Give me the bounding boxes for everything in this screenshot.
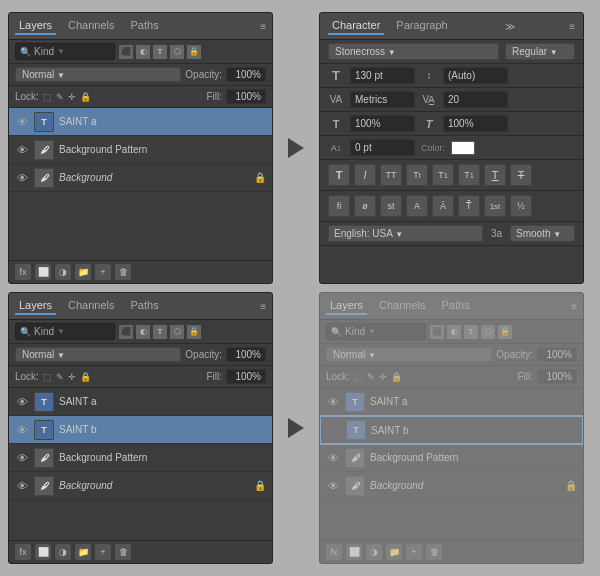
leading-field[interactable]: (Auto) <box>443 67 508 84</box>
filter-pixel-icon[interactable]: ⬛ <box>119 45 133 59</box>
opacity-value-tl[interactable]: 100% <box>226 67 266 82</box>
style-btn-super[interactable]: T1 <box>432 164 454 186</box>
opentype-btn-tbar[interactable]: T̄ <box>458 195 480 217</box>
opentype-btn-frac[interactable]: ø <box>354 195 376 217</box>
eye-icon-bg-pattern-tl[interactable]: 👁 <box>15 143 29 157</box>
layer-row-saint-b-br[interactable]: 👁 T SAINT b <box>320 416 583 444</box>
tab-paragraph[interactable]: Paragraph <box>392 17 451 35</box>
mask-icon-br[interactable]: ⬜ <box>346 544 362 560</box>
lock-transparent-icon[interactable]: ⬚ <box>43 92 52 102</box>
vscale-field[interactable]: 100% <box>443 115 508 132</box>
style-btn-italic[interactable]: I <box>354 164 376 186</box>
filter-shape-icon-bl[interactable]: ⬡ <box>170 325 184 339</box>
tab-paths-br[interactable]: Paths <box>438 297 474 315</box>
filter-smart-icon[interactable]: 🔒 <box>187 45 201 59</box>
filter-shape-icon-br[interactable]: ⬡ <box>481 325 495 339</box>
opentype-btn-frac2[interactable]: ½ <box>510 195 532 217</box>
filter-pixel-icon-br[interactable]: ⬛ <box>430 325 444 339</box>
kerning-field[interactable]: Metrics <box>350 91 415 108</box>
style-btn-bold[interactable]: T <box>328 164 350 186</box>
filter-adj-icon[interactable]: ◐ <box>136 45 150 59</box>
mode-dropdown-br[interactable]: Normal ▼ <box>326 347 492 362</box>
eye-icon-saint-a-bl[interactable]: 👁 <box>15 395 29 409</box>
adj-icon-br[interactable]: ◑ <box>366 544 382 560</box>
panel-menu-bl[interactable]: ≡ <box>260 301 266 312</box>
opentype-btn-st[interactable]: st <box>380 195 402 217</box>
layer-row-bg-tl[interactable]: 👁 🖌 Background 🔒 <box>9 164 272 192</box>
lock-pixel-icon[interactable]: ✎ <box>56 92 64 102</box>
filter-type-icon[interactable]: T <box>153 45 167 59</box>
del-icon-bl[interactable]: 🗑 <box>115 544 131 560</box>
layer-row-saint-a-tl[interactable]: 👁 T SAINT a <box>9 108 272 136</box>
lock-position-icon-bl[interactable]: ✛ <box>68 372 76 382</box>
smooth-dropdown[interactable]: Smooth ▼ <box>510 225 575 242</box>
mode-dropdown-bl[interactable]: Normal ▼ <box>15 347 181 362</box>
font-dropdown[interactable]: Stonecross ▼ <box>328 43 499 60</box>
eye-icon-bg-pattern-bl[interactable]: 👁 <box>15 451 29 465</box>
lock-all-icon-br[interactable]: 🔒 <box>391 372 402 382</box>
fill-value-bl[interactable]: 100% <box>226 369 266 384</box>
tab-paths-bl[interactable]: Paths <box>127 297 163 315</box>
opentype-btn-aa[interactable]: A <box>406 195 428 217</box>
lock-all-icon-bl[interactable]: 🔒 <box>80 372 91 382</box>
opentype-btn-fi[interactable]: fi <box>328 195 350 217</box>
lock-pixel-icon-bl[interactable]: ✎ <box>56 372 64 382</box>
new-icon-bl[interactable]: + <box>95 544 111 560</box>
panel-menu-tl[interactable]: ≡ <box>260 21 266 32</box>
layer-row-saint-b-bl[interactable]: 👁 T SAINT b <box>9 416 272 444</box>
mask-icon-tl[interactable]: ⬜ <box>35 264 51 280</box>
del-icon-br[interactable]: 🗑 <box>426 544 442 560</box>
layer-row-bg-pattern-br[interactable]: 👁 🖌 Background Pattern <box>320 444 583 472</box>
opentype-btn-aa2[interactable]: Ā <box>432 195 454 217</box>
tracking-field[interactable]: 20 <box>443 91 508 108</box>
tab-layers-tl[interactable]: Layers <box>15 17 56 35</box>
eye-icon-saint-a-br[interactable]: 👁 <box>326 395 340 409</box>
lock-pixel-icon-br[interactable]: ✎ <box>367 372 375 382</box>
tab-channels-bl[interactable]: Channels <box>64 297 118 315</box>
font-size-field[interactable]: 130 pt <box>350 67 415 84</box>
group-icon-bl[interactable]: 📁 <box>75 544 91 560</box>
filter-adj-icon-bl[interactable]: ◐ <box>136 325 150 339</box>
eye-icon-bg-pattern-br[interactable]: 👁 <box>326 451 340 465</box>
layer-row-bg-bl[interactable]: 👁 🖌 Background 🔒 <box>9 472 272 500</box>
opacity-value-br[interactable]: 100% <box>537 347 577 362</box>
layer-row-bg-pattern-bl[interactable]: 👁 🖌 Background Pattern <box>9 444 272 472</box>
tab-channels-tl[interactable]: Channels <box>64 17 118 35</box>
fx-icon-br[interactable]: fx <box>326 544 342 560</box>
eye-icon-bg-br[interactable]: 👁 <box>326 479 340 493</box>
style-btn-allcaps[interactable]: TT <box>380 164 402 186</box>
mask-icon-bl[interactable]: ⬜ <box>35 544 51 560</box>
lock-transparent-icon-br[interactable]: ⬚ <box>354 372 363 382</box>
lock-all-icon[interactable]: 🔒 <box>80 92 91 102</box>
filter-smart-icon-br[interactable]: 🔒 <box>498 325 512 339</box>
fill-value-tl[interactable]: 100% <box>226 89 266 104</box>
style-btn-smallcaps[interactable]: Tt <box>406 164 428 186</box>
eye-icon-saint-b-bl[interactable]: 👁 <box>15 423 29 437</box>
tab-layers-br[interactable]: Layers <box>326 297 367 315</box>
lock-position-icon[interactable]: ✛ <box>68 92 76 102</box>
eye-icon-saint-a-tl[interactable]: 👁 <box>15 115 29 129</box>
layer-row-saint-a-bl[interactable]: 👁 T SAINT a <box>9 388 272 416</box>
filter-type-icon-bl[interactable]: T <box>153 325 167 339</box>
hscale-field[interactable]: 100% <box>350 115 415 132</box>
char-panel-menu[interactable]: ≫ <box>505 21 515 32</box>
filter-shape-icon[interactable]: ⬡ <box>170 45 184 59</box>
layer-row-bg-pattern-tl[interactable]: 👁 🖌 Background Pattern <box>9 136 272 164</box>
style-btn-underline[interactable]: T <box>484 164 506 186</box>
mode-dropdown-tl[interactable]: Normal ▼ <box>15 67 181 82</box>
tab-character[interactable]: Character <box>328 17 384 35</box>
tab-layers-bl[interactable]: Layers <box>15 297 56 315</box>
language-dropdown[interactable]: English: USA ▼ <box>328 225 483 242</box>
del-icon-tl[interactable]: 🗑 <box>115 264 131 280</box>
char-menu-btn[interactable]: ≡ <box>569 21 575 32</box>
group-icon-tl[interactable]: 📁 <box>75 264 91 280</box>
opentype-btn-ord[interactable]: 1st <box>484 195 506 217</box>
lock-position-icon-br[interactable]: ✛ <box>379 372 387 382</box>
tab-channels-br[interactable]: Channels <box>375 297 429 315</box>
new-icon-tl[interactable]: + <box>95 264 111 280</box>
opacity-value-bl[interactable]: 100% <box>226 347 266 362</box>
fx-icon-bl[interactable]: fx <box>15 544 31 560</box>
layer-row-bg-br[interactable]: 👁 🖌 Background 🔒 <box>320 472 583 500</box>
tab-paths-tl[interactable]: Paths <box>127 17 163 35</box>
adj-icon-tl[interactable]: ◑ <box>55 264 71 280</box>
